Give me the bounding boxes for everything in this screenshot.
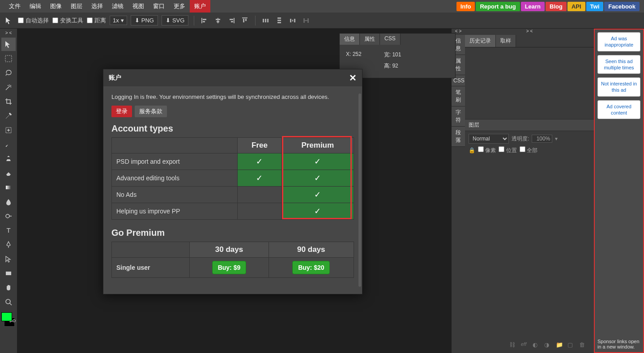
link-facebook[interactable]: Facebook <box>604 2 640 11</box>
move-tool[interactable] <box>1 38 16 51</box>
menu-window[interactable]: 窗口 <box>149 0 169 13</box>
path-select-tool[interactable] <box>1 252 16 266</box>
lock-icon: 🔒 <box>469 147 475 153</box>
side-tab-paragraph[interactable]: 段落 <box>452 127 465 147</box>
menu-select[interactable]: 选择 <box>87 0 107 13</box>
marquee-tool[interactable] <box>1 52 16 65</box>
ad-opt-inappropriate[interactable]: Ad was inappropriate <box>597 32 640 51</box>
folder-icon[interactable]: 📁 <box>556 341 563 349</box>
side-tab-character[interactable]: 字符 <box>452 106 465 127</box>
fx-icon[interactable]: eff <box>521 341 528 349</box>
pen-tool[interactable] <box>1 238 16 251</box>
align-top-icon[interactable] <box>240 16 250 26</box>
color-swatches[interactable]: ⇄D <box>0 310 17 329</box>
col-30days: 30 days <box>190 242 269 258</box>
lasso-tool[interactable] <box>1 66 16 80</box>
svg-rect-29 <box>6 272 11 275</box>
ad-opt-not-interested[interactable]: Not interested in this ad <box>597 77 640 97</box>
buy-20-button[interactable]: Buy: $20 <box>292 261 330 274</box>
menu-account[interactable]: 账户 <box>190 0 210 13</box>
info-x-label: X: <box>346 51 351 57</box>
trash-icon[interactable]: 🗑 <box>579 341 586 349</box>
svg-rect-16 <box>277 20 281 21</box>
align-center-h-icon[interactable] <box>213 16 223 26</box>
lock-position-checkbox[interactable]: 位置 <box>499 146 516 154</box>
scrollbar[interactable] <box>358 94 361 287</box>
blur-tool[interactable] <box>1 195 16 208</box>
menu-view[interactable]: 视图 <box>128 0 149 13</box>
new-layer-icon[interactable]: ▢ <box>567 341 575 349</box>
gradient-tool[interactable] <box>1 181 16 194</box>
modal-tab-tos[interactable]: 服务条款 <box>135 106 167 117</box>
dodge-tool[interactable] <box>1 209 16 223</box>
opacity-value[interactable]: 100% <box>532 135 552 143</box>
healing-tool[interactable] <box>1 123 16 137</box>
type-tool[interactable]: T <box>1 224 16 237</box>
clone-stamp-tool[interactable] <box>1 152 16 166</box>
ad-opt-covered-content[interactable]: Ad covered content <box>597 100 640 119</box>
foreground-swatch[interactable] <box>1 312 12 321</box>
shape-tool[interactable] <box>1 267 16 280</box>
link-api[interactable]: API <box>567 2 585 11</box>
align-left-icon[interactable] <box>200 16 209 26</box>
brush-tool[interactable] <box>1 138 16 151</box>
svg-rect-12 <box>263 19 264 22</box>
link-twitter[interactable]: Twi <box>586 2 604 11</box>
buy-9-button[interactable]: Buy: $9 <box>212 261 247 274</box>
account-modal: 账户 ✕ Logging In is free. Your environmen… <box>103 69 363 294</box>
right-collapse-toggle[interactable]: > < <box>465 29 594 35</box>
menu-file[interactable]: 文件 <box>4 0 25 13</box>
link-layers-icon[interactable]: ⛓ <box>509 341 516 349</box>
eraser-tool[interactable] <box>1 166 16 180</box>
menu-filter[interactable]: 滤镜 <box>107 0 128 13</box>
info-tab-css[interactable]: CSS <box>380 34 401 45</box>
link-report-bug[interactable]: Report a bug <box>476 2 520 11</box>
close-icon[interactable]: ✕ <box>349 73 357 82</box>
distribute-spacing2-icon[interactable] <box>301 16 311 26</box>
info-tab-properties[interactable]: 属性 <box>360 34 380 45</box>
modal-titlebar[interactable]: 账户 ✕ <box>103 69 362 86</box>
tab-history[interactable]: 历史记录 <box>465 35 496 47</box>
blend-mode-select[interactable]: Normal <box>469 134 509 144</box>
modal-tab-login[interactable]: 登录 <box>111 106 132 117</box>
menu-edit[interactable]: 编辑 <box>25 0 46 13</box>
adjustment-icon[interactable]: ◑ <box>544 341 551 349</box>
svg-rect-5 <box>217 21 219 22</box>
align-right-icon[interactable] <box>226 16 236 26</box>
link-info[interactable]: Info <box>456 2 475 11</box>
info-tab-info[interactable]: 信息 <box>340 34 360 45</box>
lock-pixel-checkbox[interactable]: 像素 <box>478 146 496 154</box>
magic-wand-tool[interactable] <box>1 81 16 94</box>
menu-image[interactable]: 图像 <box>46 0 66 13</box>
transform-tool-checkbox[interactable]: 变换工具 <box>52 17 83 25</box>
svg-rect-10 <box>243 19 244 22</box>
ad-opt-seen-multiple[interactable]: Seen this ad multiple times <box>597 55 640 74</box>
distribute-h-icon[interactable] <box>261 16 271 26</box>
distribute-spacing-icon[interactable] <box>288 16 298 26</box>
link-blog[interactable]: Blog <box>546 2 567 11</box>
crop-tool[interactable] <box>1 95 16 108</box>
chevron-down-icon[interactable]: ▾ <box>555 136 558 142</box>
eyedropper-tool[interactable] <box>1 109 16 123</box>
layers-section-label: 图层 <box>465 119 594 131</box>
zoom-tool[interactable] <box>1 295 16 309</box>
check-icon: ✓ <box>281 203 354 220</box>
tab-sample[interactable]: 取样 <box>496 35 516 47</box>
menu-more[interactable]: 更多 <box>169 0 190 13</box>
hand-tool[interactable] <box>1 281 16 294</box>
auto-select-checkbox[interactable]: 自动选择 <box>18 17 49 25</box>
export-svg-button[interactable]: ⬇ SVG <box>162 15 188 26</box>
side-tab-brush[interactable]: 笔刷 <box>452 86 465 106</box>
menu-layer[interactable]: 图层 <box>66 0 87 13</box>
distance-checkbox[interactable]: 距离 <box>87 17 106 25</box>
lock-all-checkbox[interactable]: 全部 <box>520 146 537 154</box>
mask-icon[interactable]: ◐ <box>533 341 540 349</box>
chevron-down-icon: ▾ <box>121 17 124 24</box>
info-w-value: 101 <box>392 51 401 58</box>
export-png-button[interactable]: ⬇ PNG <box>131 15 158 26</box>
zoom-select[interactable]: 1x ▾ <box>110 16 127 25</box>
svg-point-27 <box>6 214 9 218</box>
distribute-v-icon[interactable] <box>274 16 284 26</box>
collapse-toggle[interactable]: > < <box>5 30 12 37</box>
link-learn[interactable]: Learn <box>521 2 545 11</box>
